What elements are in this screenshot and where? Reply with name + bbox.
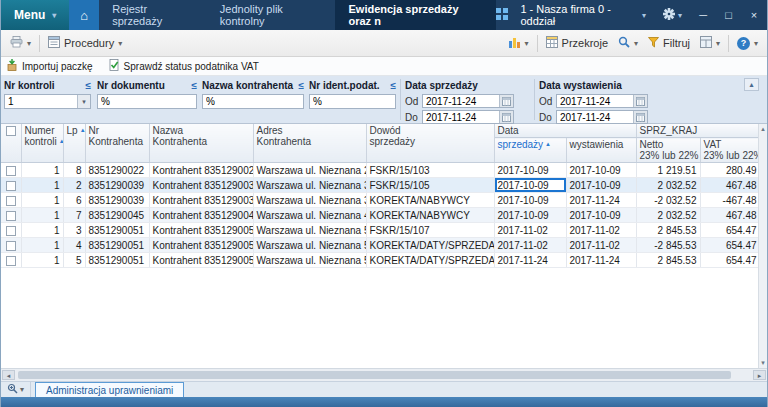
col-header-netto[interactable]: Netto 23% lub 22% xyxy=(636,138,700,163)
cell-nr[interactable]: 8351290022 xyxy=(85,163,149,178)
cell-adres[interactable]: Warszawa ul. Nieznana 51 xyxy=(253,223,366,238)
row-checkbox[interactable] xyxy=(6,256,16,266)
operator-button[interactable]: ≤ xyxy=(192,80,198,91)
cell-lp[interactable]: 8 xyxy=(63,163,85,178)
table-row[interactable]: 148351290051Kontrahent 8351290051Warszaw… xyxy=(1,238,758,253)
calendar-icon[interactable] xyxy=(633,111,647,123)
cell-dowod[interactable]: KOREKTA/NABYWCY xyxy=(366,193,494,208)
cell-nazwa[interactable]: Kontrahent 8351290039 xyxy=(149,178,253,193)
cell-adres[interactable]: Warszawa ul. Nieznana 22 xyxy=(253,163,366,178)
procedury-button[interactable]: Procedury ▾ xyxy=(43,33,127,53)
cell-lp[interactable]: 3 xyxy=(63,223,85,238)
col-header-lp[interactable]: Lp▲2 xyxy=(63,124,85,163)
cell-netto[interactable]: 2 845.53 xyxy=(636,223,700,238)
cell-dowod[interactable]: KOREKTA/DATY/SPRZEDAŻY xyxy=(366,238,494,253)
cell-numer-kontroli[interactable]: 1 xyxy=(21,238,63,253)
tab-jednolity-plik-kontrolny[interactable]: Jednolity plik kontrolny xyxy=(207,0,336,30)
calendar-icon[interactable] xyxy=(633,95,647,107)
operator-button[interactable]: ≤ xyxy=(86,80,92,91)
table-row[interactable]: 178351290045Kontrahent 8351290045Warszaw… xyxy=(1,208,758,223)
cell-lp[interactable]: 7 xyxy=(63,208,85,223)
cell-data-wystawienia[interactable]: 2017-11-24 xyxy=(566,253,636,268)
col-header-nr-kontrahenta[interactable]: Nr Kontrahenta xyxy=(85,124,149,163)
scroll-up-icon[interactable]: ▴ xyxy=(761,125,765,133)
cell-data-wystawienia[interactable]: 2017-10-09 xyxy=(566,208,636,223)
cell-dowod[interactable]: KOREKTA/DATY/SPRZEDAŻY xyxy=(366,253,494,268)
cell-numer-kontroli[interactable]: 1 xyxy=(21,193,63,208)
cell-nazwa[interactable]: Kontrahent 8351290051 xyxy=(149,253,253,268)
przekroje-button[interactable]: Przekroje xyxy=(541,33,613,53)
tab-rejestr-sprzedazy[interactable]: Rejestr sprzedaży xyxy=(99,0,207,30)
cell-nr[interactable]: 8351290051 xyxy=(85,253,149,268)
cell-vat[interactable]: 654.47 xyxy=(700,223,758,238)
cell-data-wystawienia[interactable]: 2017-10-09 xyxy=(566,178,636,193)
cell-vat[interactable]: 467.48 xyxy=(700,208,758,223)
cell-nr[interactable]: 8351290039 xyxy=(85,193,149,208)
cell-vat[interactable]: 654.47 xyxy=(700,238,758,253)
cell-nazwa[interactable]: Kontrahent 8351290051 xyxy=(149,223,253,238)
cell-dowod[interactable]: FSKR/15/103 xyxy=(366,163,494,178)
cell-vat[interactable]: -467.48 xyxy=(700,193,758,208)
menu-button[interactable]: Menu ▾ xyxy=(1,0,69,30)
vertical-scrollbar[interactable]: ▴ ▾ xyxy=(758,124,767,368)
cell-nazwa[interactable]: Kontrahent 8351290045 xyxy=(149,208,253,223)
cell-data-sprzedazy[interactable]: 2017-11-02 xyxy=(494,238,566,253)
cell-lp[interactable]: 2 xyxy=(63,178,85,193)
cell-numer-kontroli[interactable]: 1 xyxy=(21,163,63,178)
close-button[interactable]: × xyxy=(745,7,763,23)
layout-button[interactable]: ▾ xyxy=(695,33,725,53)
minimize-button[interactable]: ─ xyxy=(694,7,712,23)
cell-numer-kontroli[interactable]: 1 xyxy=(21,178,63,193)
filter-collapse-button[interactable]: ▴ xyxy=(744,78,759,91)
cell-nazwa[interactable]: Kontrahent 8351290039 xyxy=(149,193,253,208)
cell-data-wystawienia[interactable]: 2017-11-02 xyxy=(566,238,636,253)
scroll-left-button[interactable]: ◂ xyxy=(2,370,15,380)
data-wystawienia-do-input[interactable] xyxy=(557,111,633,123)
operator-button[interactable]: ≤ xyxy=(299,80,305,91)
cell-data-sprzedazy[interactable]: 2017-11-24 xyxy=(494,253,566,268)
tab-administracja-uprawnieniami[interactable]: Administracja uprawnieniami xyxy=(35,382,184,397)
row-checkbox[interactable] xyxy=(6,181,16,191)
help-button[interactable]: ? ▾ xyxy=(732,34,763,53)
combo-dropdown-button[interactable]: ▾ xyxy=(77,95,90,108)
cell-nazwa[interactable]: Kontrahent 8351290022 xyxy=(149,163,253,178)
calendar-icon[interactable] xyxy=(499,95,513,107)
company-selector[interactable]: 1 - Nasza firma 0 - oddział ▾ xyxy=(515,0,651,30)
view-selector-button[interactable]: ▾ xyxy=(1,382,31,397)
cell-vat[interactable]: 467.48 xyxy=(700,178,758,193)
cell-netto[interactable]: 2 032.52 xyxy=(636,208,700,223)
cell-numer-kontroli[interactable]: 1 xyxy=(21,223,63,238)
check-vat-status-button[interactable]: Sprawdź status podatnika VAT xyxy=(109,59,259,73)
cell-data-sprzedazy[interactable]: 2017-10-09 xyxy=(494,163,566,178)
data-sprzedazy-od-input[interactable] xyxy=(423,95,499,107)
col-header-nazwa-kontrahenta[interactable]: Nazwa Kontrahenta xyxy=(149,124,253,163)
cell-nr[interactable]: 8351290051 xyxy=(85,223,149,238)
calendar-icon[interactable] xyxy=(499,111,513,123)
cell-nazwa[interactable]: Kontrahent 8351290051 xyxy=(149,238,253,253)
select-all-checkbox[interactable] xyxy=(6,126,16,136)
settings-button[interactable]: ▾ xyxy=(658,5,687,25)
row-checkbox[interactable] xyxy=(6,196,16,206)
cell-nr[interactable]: 8351290039 xyxy=(85,178,149,193)
scroll-down-icon[interactable]: ▾ xyxy=(761,359,765,367)
cell-data-wystawienia[interactable]: 2017-10-09 xyxy=(566,163,636,178)
table-row[interactable]: 158351290051Kontrahent 8351290051Warszaw… xyxy=(1,253,758,268)
row-checkbox[interactable] xyxy=(6,226,16,236)
horizontal-scrollbar[interactable]: ◂ ▸ xyxy=(1,368,767,381)
cell-data-wystawienia[interactable]: 2017-11-24 xyxy=(566,193,636,208)
scrollbar-thumb[interactable] xyxy=(18,371,731,379)
cell-netto[interactable]: 1 219.51 xyxy=(636,163,700,178)
row-checkbox[interactable] xyxy=(6,241,16,251)
nr-ident-input[interactable] xyxy=(310,95,395,108)
print-button[interactable]: ▾ xyxy=(5,33,36,53)
col-header-data-sprzedazy[interactable]: sprzedaży▲ xyxy=(494,138,566,163)
nr-dokumentu-input[interactable] xyxy=(98,95,196,108)
cell-adres[interactable]: Warszawa ul. Nieznana 39 xyxy=(253,178,366,193)
nazwa-kontrahenta-input[interactable] xyxy=(203,95,303,108)
cell-vat[interactable]: 654.47 xyxy=(700,253,758,268)
cell-dowod[interactable]: FSKR/15/105 xyxy=(366,178,494,193)
col-header-adres-kontrahenta[interactable]: Adres Kontrahenta xyxy=(253,124,366,163)
cell-data-sprzedazy[interactable]: 2017-10-09 xyxy=(494,178,566,193)
cell-data-sprzedazy[interactable]: 2017-10-09 xyxy=(494,208,566,223)
cell-dowod[interactable]: FSKR/15/107 xyxy=(366,223,494,238)
